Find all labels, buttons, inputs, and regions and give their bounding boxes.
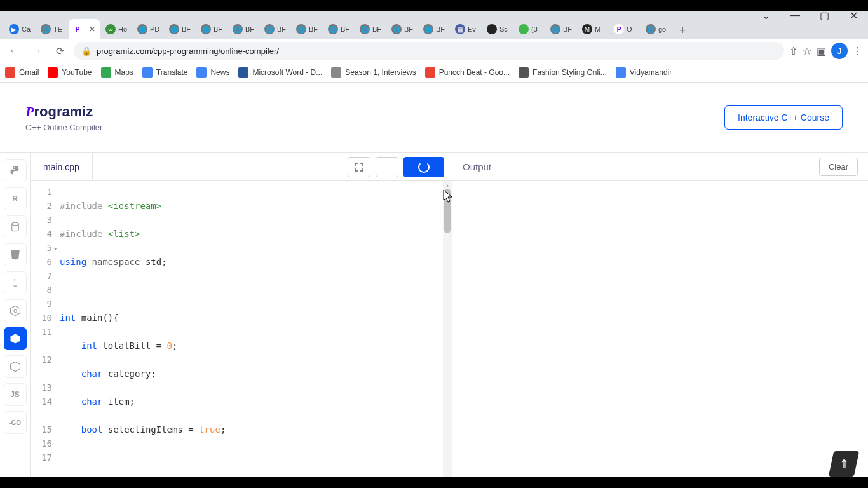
browser-tab[interactable]: 🌐BF xyxy=(165,19,196,39)
page-subtitle: C++ Online Compiler xyxy=(25,123,102,132)
clear-output-button[interactable]: Clear xyxy=(819,158,858,176)
star-icon[interactable]: ☆ xyxy=(803,45,811,57)
scroll-to-top-button[interactable]: ⇑ xyxy=(829,451,860,477)
scroll-up-icon[interactable]: ▴ xyxy=(443,181,452,189)
tab-search-icon[interactable]: ⌄ xyxy=(751,5,780,25)
bookmark-item[interactable]: Season 1, Interviews xyxy=(331,67,416,78)
page-header: Programiz C++ Online Compiler Interactiv… xyxy=(0,83,868,152)
browser-tab[interactable]: 🌐PD xyxy=(133,19,164,39)
scrollbar-thumb[interactable] xyxy=(444,189,451,233)
lang-sql-button[interactable] xyxy=(4,215,27,238)
theme-toggle-button[interactable] xyxy=(376,157,398,177)
line-gutter: 1 2 3 4 5 6 7 8 9 10 11 12 13 14 xyxy=(31,181,57,484)
lang-cpp-button[interactable]: C xyxy=(4,327,27,350)
output-pane: Output Clear xyxy=(452,153,868,484)
browser-tab[interactable]: ∞Ho xyxy=(102,19,132,39)
extensions-icon[interactable]: ▣ xyxy=(817,45,826,57)
browser-tab[interactable]: ▶Ca xyxy=(5,19,36,39)
language-sidebar: R C C JS -GO xyxy=(0,153,31,484)
bookmark-item[interactable]: News xyxy=(196,67,229,78)
close-window-button[interactable]: ✕ xyxy=(839,5,868,25)
browser-tab[interactable]: PO xyxy=(610,19,641,39)
browser-tab-active[interactable]: P✕ xyxy=(69,19,100,39)
browser-tab[interactable]: 🌐BF xyxy=(261,19,291,39)
browser-tab[interactable]: MM xyxy=(578,19,609,39)
lang-c-button[interactable]: C xyxy=(4,299,27,322)
svg-text:C: C xyxy=(13,308,17,314)
browser-tab[interactable]: 🌐BF xyxy=(388,19,418,39)
bookmarks-bar: Gmail YouTube Maps Translate News Micros… xyxy=(0,62,868,83)
bookmark-item[interactable]: Microsoft Word - D... xyxy=(238,67,322,78)
bookmark-item[interactable]: Fashion Styling Onli... xyxy=(519,67,607,78)
lang-html-button[interactable] xyxy=(4,243,27,266)
fullscreen-button[interactable] xyxy=(348,157,370,177)
new-tab-button[interactable]: + xyxy=(674,22,691,39)
url-input[interactable]: 🔒 programiz.com/cpp-programming/online-c… xyxy=(74,42,784,60)
logo[interactable]: Programiz xyxy=(25,104,102,120)
editor-scrollbar[interactable]: ▴ ▾ xyxy=(443,181,452,484)
code-content[interactable]: #include <iostream> #include <list> usin… xyxy=(57,181,452,484)
lang-java-button[interactable] xyxy=(4,271,27,294)
output-header: Output Clear xyxy=(452,153,868,181)
file-tab[interactable]: main.cpp xyxy=(31,153,93,180)
tab-close-icon[interactable]: ✕ xyxy=(88,25,97,34)
output-title: Output xyxy=(463,161,491,172)
svg-point-0 xyxy=(11,222,18,226)
browser-tab[interactable]: 🌐BF xyxy=(546,19,577,39)
run-button[interactable] xyxy=(403,157,444,177)
browser-tab[interactable]: Sc xyxy=(483,19,513,39)
editor-pane: main.cpp 1 2 3 4 5 6 7 8 9 10 xyxy=(31,153,452,484)
browser-tab[interactable]: ▦Ev xyxy=(451,19,482,39)
code-editor[interactable]: 1 2 3 4 5 6 7 8 9 10 11 12 13 14 xyxy=(31,181,452,484)
url-text: programiz.com/cpp-programming/online-com… xyxy=(97,46,279,56)
bookmark-item[interactable]: Translate xyxy=(142,67,188,78)
svg-text:C: C xyxy=(13,337,17,341)
browser-tab[interactable]: 🌐BF xyxy=(229,19,259,39)
maximize-button[interactable]: ▢ xyxy=(810,5,839,25)
loading-spinner-icon xyxy=(418,161,430,173)
browser-tab[interactable]: (3 xyxy=(515,19,545,39)
address-bar: ← → ⟳ 🔒 programiz.com/cpp-programming/on… xyxy=(0,39,868,62)
bookmark-item[interactable]: YouTube xyxy=(48,67,92,78)
bookmark-item[interactable]: Puncch Beat - Goo... xyxy=(425,67,510,78)
lang-go-button[interactable]: -GO xyxy=(4,411,27,434)
lang-js-button[interactable]: JS xyxy=(4,383,27,406)
ide-container: R C C JS -GO main.cpp 1 2 3 xyxy=(0,152,868,484)
tab-strip: ▶Ca 🌐TE P✕ ∞Ho 🌐PD 🌐BF 🌐BF 🌐BF 🌐BF 🌐BF 🌐… xyxy=(0,11,868,39)
reload-button[interactable]: ⟳ xyxy=(51,42,69,60)
share-icon[interactable]: ⇧ xyxy=(789,45,797,57)
browser-tab[interactable]: 🌐go xyxy=(642,19,672,39)
profile-avatar[interactable]: J xyxy=(831,43,848,59)
browser-tab[interactable]: 🌐BF xyxy=(197,19,227,39)
back-button[interactable]: ← xyxy=(5,42,23,60)
browser-tab[interactable]: 🌐BF xyxy=(356,19,386,39)
browser-chrome: ▶Ca 🌐TE P✕ ∞Ho 🌐PD 🌐BF 🌐BF 🌐BF 🌐BF 🌐BF 🌐… xyxy=(0,11,868,83)
lang-csharp-button[interactable] xyxy=(4,355,27,378)
browser-tab[interactable]: 🌐BF xyxy=(292,19,323,39)
browser-tab[interactable]: 🌐TE xyxy=(37,19,67,39)
browser-tab[interactable]: 🌐BF xyxy=(419,19,450,39)
output-body[interactable] xyxy=(452,181,868,484)
minimize-button[interactable]: — xyxy=(780,5,810,25)
forward-button[interactable]: → xyxy=(28,42,46,60)
lock-icon: 🔒 xyxy=(81,46,92,56)
browser-tab[interactable]: 🌐BF xyxy=(324,19,355,39)
editor-toolbar: main.cpp xyxy=(31,153,452,181)
bookmark-item[interactable]: Maps xyxy=(101,67,133,78)
menu-icon[interactable]: ⋮ xyxy=(853,45,863,57)
lang-r-button[interactable]: R xyxy=(4,187,27,210)
bookmark-item[interactable]: Gmail xyxy=(5,67,39,78)
lang-python-button[interactable] xyxy=(4,159,27,182)
interactive-course-button[interactable]: Interactive C++ Course xyxy=(724,105,843,130)
bookmark-item[interactable]: Vidyamandir xyxy=(616,67,672,78)
svg-marker-5 xyxy=(10,362,20,372)
